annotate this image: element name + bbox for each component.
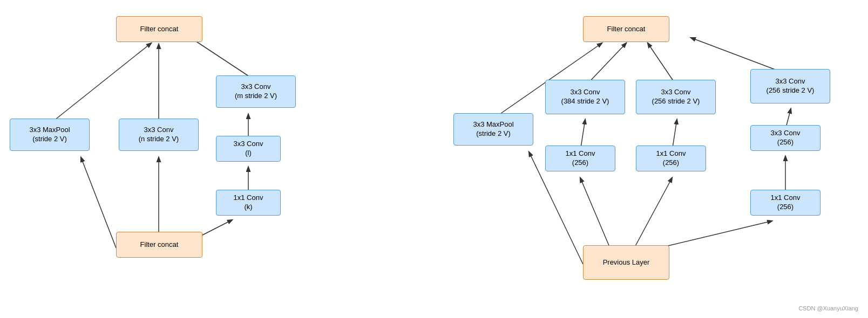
svg-line-0 xyxy=(50,43,151,124)
right-conv-1x1-256b: 1x1 Conv(256) xyxy=(636,146,706,171)
right-conv-256-b: 3x3 Conv(256 stride 2 V) xyxy=(750,69,830,103)
right-conv-384: 3x3 Conv(384 stride 2 V) xyxy=(545,80,625,114)
svg-line-9 xyxy=(580,178,610,248)
watermark: CSDN @XuanyuXiang xyxy=(798,305,858,312)
right-maxpool: 3x3 MaxPool(stride 2 V) xyxy=(453,113,533,146)
left-conv-n: 3x3 Conv(n stride 2 V) xyxy=(119,119,199,151)
svg-line-2 xyxy=(189,37,256,81)
left-conv-l: 3x3 Conv(l) xyxy=(216,136,281,162)
right-conv-3x3-256c: 3x3 Conv(256) xyxy=(750,125,820,151)
left-filter-concat-top: Filter concat xyxy=(116,16,202,42)
right-conv-1x1-256c: 1x1 Conv(256) xyxy=(750,190,820,216)
left-maxpool: 3x3 MaxPool(stride 2 V) xyxy=(10,119,90,151)
arrows-svg xyxy=(0,0,868,318)
right-conv-256-a: 3x3 Conv(256 stride 2 V) xyxy=(636,80,716,114)
svg-line-7 xyxy=(81,157,116,248)
left-filter-concat-bot: Filter concat xyxy=(116,232,202,258)
right-filter-concat-top: Filter concat xyxy=(583,16,669,42)
left-conv-k: 1x1 Conv(k) xyxy=(216,190,281,216)
svg-line-10 xyxy=(634,178,672,248)
right-conv-1x1-256a: 1x1 Conv(256) xyxy=(545,146,615,171)
diagram-container: Filter concat 3x3 MaxPool(stride 2 V) 3x… xyxy=(0,0,868,318)
left-conv-m: 3x3 Conv(m stride 2 V) xyxy=(216,75,296,108)
right-previous-layer: Previous Layer xyxy=(583,245,669,280)
